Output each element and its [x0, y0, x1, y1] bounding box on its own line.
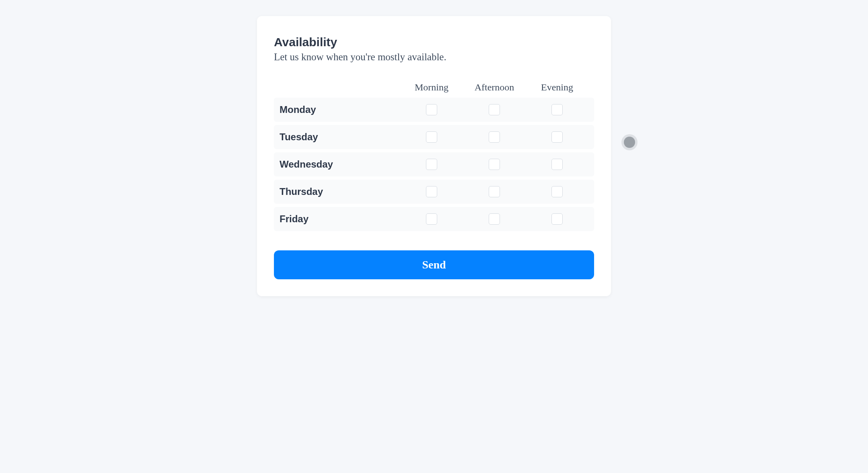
checkbox-cell	[400, 213, 463, 225]
send-button[interactable]: Send	[274, 250, 594, 279]
card-heading: Availability	[274, 35, 594, 49]
day-label: Thursday	[280, 186, 400, 197]
column-header-morning: Morning	[400, 82, 463, 93]
table-row: Thursday	[274, 180, 594, 204]
checkbox-wednesday-evening[interactable]	[551, 159, 563, 170]
table-header-spacer	[280, 82, 400, 93]
availability-card: Availability Let us know when you're mos…	[257, 16, 611, 296]
availability-table: Morning Afternoon Evening Monday Tuesday…	[274, 77, 594, 231]
checkbox-tuesday-evening[interactable]	[551, 131, 563, 143]
checkbox-thursday-evening[interactable]	[551, 186, 563, 197]
table-row: Wednesday	[274, 152, 594, 176]
column-header-afternoon: Afternoon	[463, 82, 526, 93]
checkbox-friday-morning[interactable]	[426, 213, 437, 225]
checkbox-cell	[400, 159, 463, 170]
checkbox-cell	[526, 159, 588, 170]
checkbox-monday-evening[interactable]	[551, 104, 563, 115]
checkbox-monday-morning[interactable]	[426, 104, 437, 115]
day-label: Monday	[280, 104, 400, 115]
checkbox-thursday-morning[interactable]	[426, 186, 437, 197]
checkbox-wednesday-morning[interactable]	[426, 159, 437, 170]
checkbox-friday-evening[interactable]	[551, 213, 563, 225]
card-subheading: Let us know when you're mostly available…	[274, 51, 594, 63]
checkbox-tuesday-afternoon[interactable]	[489, 131, 500, 143]
column-header-evening: Evening	[526, 82, 588, 93]
checkbox-cell	[526, 186, 588, 197]
day-label: Friday	[280, 213, 400, 225]
table-row: Monday	[274, 98, 594, 122]
checkbox-cell	[400, 104, 463, 115]
floating-action-icon[interactable]	[624, 137, 635, 148]
checkbox-monday-afternoon[interactable]	[489, 104, 500, 115]
table-row: Tuesday	[274, 125, 594, 149]
checkbox-cell	[400, 131, 463, 143]
checkbox-cell	[463, 131, 526, 143]
checkbox-cell	[463, 104, 526, 115]
checkbox-cell	[463, 213, 526, 225]
checkbox-cell	[526, 213, 588, 225]
day-label: Wednesday	[280, 159, 400, 170]
checkbox-cell	[400, 186, 463, 197]
checkbox-cell	[526, 131, 588, 143]
checkbox-wednesday-afternoon[interactable]	[489, 159, 500, 170]
table-row: Friday	[274, 207, 594, 231]
table-header-row: Morning Afternoon Evening	[274, 77, 594, 98]
checkbox-cell	[463, 186, 526, 197]
day-label: Tuesday	[280, 131, 400, 143]
checkbox-cell	[526, 104, 588, 115]
checkbox-tuesday-morning[interactable]	[426, 131, 437, 143]
checkbox-thursday-afternoon[interactable]	[489, 186, 500, 197]
checkbox-cell	[463, 159, 526, 170]
checkbox-friday-afternoon[interactable]	[489, 213, 500, 225]
